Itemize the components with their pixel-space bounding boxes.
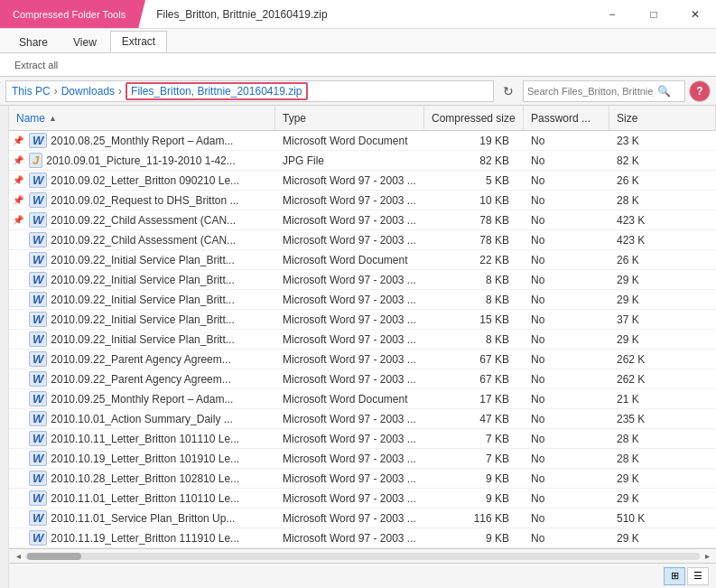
breadcrumb: This PC › Downloads › Files_Britton, Bri…	[5, 80, 494, 102]
file-type-icon: W	[29, 252, 47, 267]
help-button[interactable]: ?	[689, 80, 711, 102]
scrollbar-track[interactable]	[25, 553, 700, 560]
search-input[interactable]	[527, 86, 654, 97]
file-type: Microsoft Word 97 - 2003 ...	[275, 310, 424, 329]
view-details-button[interactable]: ⊞	[664, 567, 685, 585]
file-password: No	[524, 131, 609, 150]
col-header-compressed[interactable]: Compressed size	[424, 106, 524, 130]
extract-all-button[interactable]: Extract all	[9, 58, 63, 72]
file-name-cell: W 2010.10.19_Letter_Britton 101910 Le...	[9, 449, 275, 468]
file-type-icon: W	[29, 212, 47, 228]
file-compressed-size: 47 KB	[424, 409, 524, 428]
table-row[interactable]: W 2010.11.01_Letter_Britton 110110 Le...…	[9, 489, 716, 509]
file-name-cell: W 2010.09.22_Child Assessment (CAN...	[9, 230, 275, 249]
file-area: Name ▲ Type Compressed size Password ...…	[9, 106, 716, 588]
file-size: 262 K	[609, 350, 716, 369]
table-row[interactable]: W 2010.10.01_Action Summary_Daily ... Mi…	[9, 409, 716, 429]
file-type: Microsoft Word 97 - 2003 ...	[275, 528, 424, 547]
file-type: Microsoft Word Document	[275, 131, 424, 150]
file-type-icon: W	[29, 272, 47, 287]
file-name-cell: W 2010.09.22_Initial Service Plan_Britt.…	[9, 310, 275, 329]
sort-arrow-name: ▲	[49, 114, 57, 123]
main-area: Name ▲ Type Compressed size Password ...…	[0, 106, 716, 588]
table-row[interactable]: 📌 W 2010.09.22_Child Assessment (CAN... …	[9, 210, 716, 230]
col-header-type[interactable]: Type	[275, 106, 424, 130]
scrollbar-thumb[interactable]	[27, 553, 81, 560]
file-size: 29 K	[609, 489, 716, 508]
restore-button[interactable]: □	[633, 0, 674, 29]
file-password: No	[524, 171, 609, 190]
tab-extract[interactable]: Extract	[110, 31, 167, 52]
col-header-size[interactable]: Size	[609, 106, 716, 130]
table-row[interactable]: W 2010.10.11_Letter_Britton 101110 Le...…	[9, 429, 716, 449]
view-list-button[interactable]: ☰	[687, 567, 709, 585]
file-compressed-size: 10 KB	[424, 191, 524, 210]
compressed-folder-tools-tab[interactable]: Compressed Folder Tools	[0, 0, 138, 28]
close-button[interactable]: ✕	[674, 0, 716, 29]
table-row[interactable]: 📌 W 2010.08.25_Monthly Report – Adam... …	[9, 131, 716, 151]
file-type: Microsoft Word 97 - 2003 ...	[275, 210, 424, 229]
table-row[interactable]: W 2010.11.01_Service Plan_Britton Up... …	[9, 509, 716, 528]
file-type-icon: W	[29, 133, 47, 148]
scroll-left-button[interactable]: ◂	[11, 550, 25, 563]
col-header-name[interactable]: Name ▲	[9, 106, 275, 130]
tab-share[interactable]: Share	[7, 32, 60, 52]
file-type-icon: W	[29, 351, 47, 367]
file-name-cell: W 2010.10.01_Action Summary_Daily ...	[9, 409, 275, 428]
tab-view[interactable]: View	[61, 32, 108, 52]
file-password: No	[524, 191, 609, 210]
table-row[interactable]: W 2010.09.22_Initial Service Plan_Britt.…	[9, 270, 716, 290]
table-row[interactable]: W 2010.09.22_Parent Agency Agreem... Mic…	[9, 369, 716, 389]
file-name: 2010.09.01_Picture_11-19-2010 1-42...	[46, 154, 236, 167]
horizontal-scrollbar[interactable]: ◂ ▸	[9, 548, 716, 563]
file-type: Microsoft Word 97 - 2003 ...	[275, 191, 424, 210]
table-row[interactable]: W 2010.09.22_Child Assessment (CAN... Mi…	[9, 230, 716, 250]
file-name: 2010.10.19_Letter_Britton 101910 Le...	[51, 453, 239, 465]
file-password: No	[524, 528, 609, 547]
scroll-right-button[interactable]: ▸	[700, 550, 714, 563]
table-row[interactable]: 📌 W 2010.09.02_Letter_Britton 090210 Le.…	[9, 171, 716, 191]
table-row[interactable]: W 2010.09.22_Initial Service Plan_Britt.…	[9, 310, 716, 330]
table-row[interactable]: W 2010.10.28_Letter_Britton 102810 Le...…	[9, 469, 716, 489]
file-compressed-size: 17 KB	[424, 389, 524, 408]
file-name-cell: W 2010.09.22_Parent Agency Agreem...	[9, 350, 275, 369]
file-name-cell: W 2010.09.22_Initial Service Plan_Britt.…	[9, 250, 275, 269]
refresh-button[interactable]: ↻	[497, 80, 519, 102]
breadcrumb-downloads[interactable]: Downloads	[61, 85, 115, 98]
ribbon-tab-bar: Share View Extract	[0, 29, 716, 52]
table-row[interactable]: W 2010.09.22_Initial Service Plan_Britt.…	[9, 290, 716, 310]
ribbon: Share View Extract Extract all	[0, 29, 716, 77]
file-password: No	[524, 469, 609, 488]
minimize-button[interactable]: −	[591, 0, 633, 29]
table-row[interactable]: W 2010.09.22_Initial Service Plan_Britt.…	[9, 250, 716, 270]
search-icon[interactable]: 🔍	[657, 85, 671, 98]
file-password: No	[524, 389, 609, 408]
file-name: 2010.09.22_Parent Agency Agreem...	[51, 373, 230, 386]
table-row[interactable]: 📌 W 2010.09.02_Request to DHS_Britton ..…	[9, 191, 716, 210]
file-size: 29 K	[609, 270, 716, 289]
breadcrumb-thispc[interactable]: This PC	[12, 85, 51, 98]
file-type: JPG File	[275, 151, 424, 170]
file-type: Microsoft Word 97 - 2003 ...	[275, 350, 424, 369]
table-row[interactable]: W 2010.09.22_Parent Agency Agreem... Mic…	[9, 350, 716, 369]
file-name-cell: W 2010.11.19_Letter_Britton 111910 Le...	[9, 528, 275, 547]
table-row[interactable]: W 2010.11.19_Letter_Britton 111910 Le...…	[9, 528, 716, 548]
table-row[interactable]: W 2010.09.25_Monthly Report – Adam... Mi…	[9, 389, 716, 409]
table-row[interactable]: W 2010.09.22_Initial Service Plan_Britt.…	[9, 330, 716, 350]
col-header-password[interactable]: Password ...	[524, 106, 609, 130]
file-compressed-size: 8 KB	[424, 330, 524, 349]
file-name-cell: W 2010.11.01_Service Plan_Britton Up...	[9, 509, 275, 527]
file-type-icon: W	[29, 490, 47, 506]
file-password: No	[524, 369, 609, 388]
pin-icon: 📌	[13, 195, 25, 205]
pin-icon: 📌	[13, 155, 25, 165]
table-row[interactable]: W 2010.10.19_Letter_Britton 101910 Le...…	[9, 449, 716, 469]
breadcrumb-current[interactable]: Files_Britton, Brittnie_20160419.zip	[126, 82, 307, 100]
file-name: 2010.10.11_Letter_Britton 101110 Le...	[51, 433, 239, 445]
table-row[interactable]: 📌 J 2010.09.01_Picture_11-19-2010 1-42..…	[9, 151, 716, 171]
file-size: 29 K	[609, 469, 716, 488]
file-compressed-size: 8 KB	[424, 270, 524, 289]
file-password: No	[524, 489, 609, 508]
file-name: 2010.10.01_Action Summary_Daily ...	[51, 413, 232, 425]
file-type-icon: W	[29, 173, 47, 188]
